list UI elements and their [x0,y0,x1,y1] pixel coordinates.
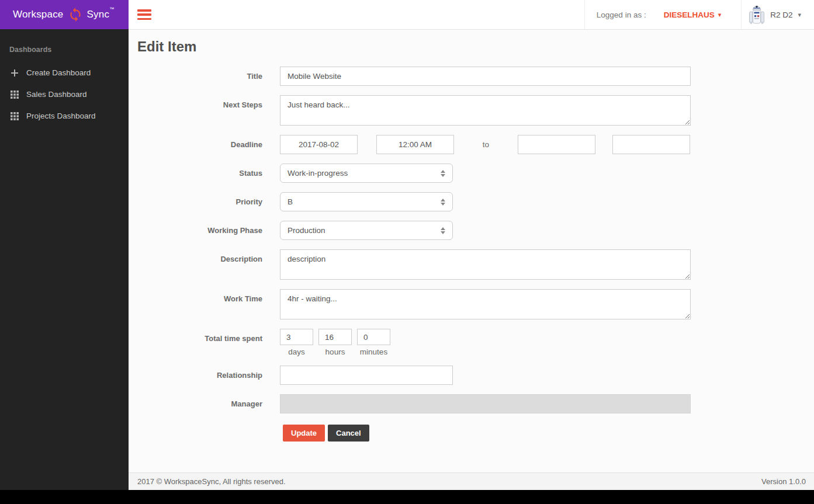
bottom-black-bar [0,490,814,504]
brand-word-workspace: Workspace [13,9,64,20]
hamburger-menu-button[interactable] [137,9,151,20]
update-button[interactable]: Update [283,425,325,442]
next-steps-label: Next Steps [137,95,262,109]
working-phase-label: Working Phase [137,221,262,235]
page-title: Edit Item [137,39,805,55]
top-bar-right: Logged in as : DIESELHAUS ▾ [584,0,814,29]
hamburger-bar [137,13,151,16]
form-row-next-steps: Next Steps Just heard back... [137,95,805,126]
footer-version: Version 1.0.0 [761,477,806,486]
form-row-status: Status Work-in-progress [137,164,805,183]
sidebar-item-sales-dashboard[interactable]: Sales Dashboard [0,84,129,105]
account-name: DIESELHAUS [664,11,715,19]
sidebar: Dashboards Create Dashboard Sales Dashbo… [0,29,129,490]
cancel-button[interactable]: Cancel [328,425,369,442]
working-phase-select-value: Production [288,226,325,235]
main-content: Edit Item Title Next Steps Just heard ba… [129,29,814,490]
priority-select-value: B [288,197,293,206]
form-row-description: Description description [137,249,805,280]
total-time-spent-label: Total time spent [137,329,262,343]
deadline-label: Deadline [137,135,262,149]
relationship-input[interactable] [280,366,453,385]
status-select-value: Work-in-progress [288,169,348,178]
top-bar: Workspace Sync™ Logged in as : DIESELHAU… [0,0,814,29]
total-time-hours-group: hours [318,329,352,356]
sidebar-item-create-dashboard[interactable]: Create Dashboard [0,62,129,84]
deadline-end-date-input[interactable] [518,135,595,154]
title-input[interactable] [280,67,691,86]
deadline-time-input[interactable] [376,135,454,154]
work-time-label: Work Time [137,289,262,303]
select-spinner-icon [441,227,445,234]
form-row-manager: Manager [137,394,805,413]
grid-icon [11,91,19,99]
chevron-down-icon: ▾ [798,12,801,18]
form-row-total-time-spent: Total time spent days hours minutes [137,329,805,356]
account-dropdown[interactable]: DIESELHAUS ▾ [664,11,722,19]
form-row-relationship: Relationship [137,366,805,385]
priority-label: Priority [137,192,262,206]
sidebar-item-label: Sales Dashboard [26,90,87,99]
app-window: Workspace Sync™ Logged in as : DIESELHAU… [0,0,814,504]
total-time-minutes-group: minutes [357,329,390,356]
days-unit-label: days [288,347,305,356]
brand-word-sync: Sync™ [87,9,115,20]
chevron-down-icon: ▾ [718,12,722,18]
status-label: Status [137,164,262,178]
brand-logo[interactable]: Workspace Sync™ [0,0,129,29]
next-steps-textarea[interactable]: Just heard back... [280,95,691,126]
total-time-hours-input[interactable] [318,329,352,345]
user-name: R2 D2 [770,11,792,19]
sync-icon [68,7,83,22]
edit-item-form: Title Next Steps Just heard back... Dead… [137,67,805,442]
avatar [749,3,765,26]
hamburger-bar [137,9,151,12]
total-time-days-input[interactable] [280,329,313,345]
sidebar-section-label: Dashboards [0,46,129,54]
deadline-to-label: to [454,135,518,149]
description-label: Description [137,249,262,263]
manager-input [280,394,691,413]
select-spinner-icon [441,170,445,177]
logged-in-label: Logged in as : [597,11,646,19]
form-row-deadline: Deadline to [137,135,805,154]
description-textarea[interactable]: description [280,249,691,280]
sidebar-item-label: Projects Dashboard [26,112,96,120]
total-time-minutes-input[interactable] [357,329,390,345]
total-time-days-group: days [280,329,313,356]
priority-select[interactable]: B [280,192,453,211]
form-row-priority: Priority B [137,192,805,211]
page-body: Dashboards Create Dashboard Sales Dashbo… [0,29,814,490]
form-row-working-phase: Working Phase Production [137,221,805,240]
form-row-work-time: Work Time 4hr - waiting... [137,289,805,319]
minutes-unit-label: minutes [360,347,387,356]
select-spinner-icon [441,199,445,206]
sidebar-item-label: Create Dashboard [26,68,91,77]
footer-copyright: 2017 © WorkspaceSync, All rights reserve… [137,477,286,486]
login-section: Logged in as : DIESELHAUS ▾ [584,0,741,29]
status-select[interactable]: Work-in-progress [280,164,453,183]
hamburger-bar [137,18,151,20]
title-label: Title [137,67,262,81]
sidebar-item-projects-dashboard[interactable]: Projects Dashboard [0,105,129,127]
relationship-label: Relationship [137,366,262,380]
grid-icon [11,112,19,120]
work-time-textarea[interactable]: 4hr - waiting... [280,289,691,319]
deadline-date-input[interactable] [280,135,358,154]
user-dropdown[interactable]: R2 D2 ▾ [741,0,814,29]
form-actions: Update Cancel [137,425,805,442]
manager-label: Manager [137,394,262,408]
deadline-end-time-input[interactable] [612,135,690,154]
plus-icon [11,69,19,77]
footer: 2017 © WorkspaceSync, All rights reserve… [129,472,814,490]
edit-item-panel: Edit Item Title Next Steps Just heard ba… [129,30,814,472]
hours-unit-label: hours [325,347,345,356]
working-phase-select[interactable]: Production [280,221,453,240]
trademark-symbol: ™ [109,6,114,12]
form-row-title: Title [137,67,805,86]
